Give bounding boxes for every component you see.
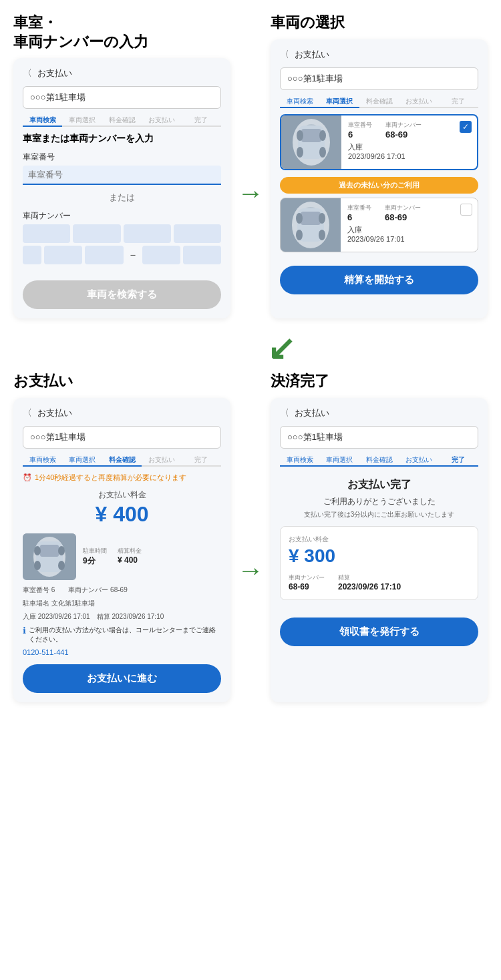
bottom-left-card: 〈 お支払い ○○○第1駐車場 車両検索 車両選択 料金確認 お支払い 完了 ⏰… xyxy=(13,398,230,702)
svg-point-6 xyxy=(319,130,326,141)
svg-point-17 xyxy=(319,230,325,240)
start-settlement-button[interactable]: 精算を開始する xyxy=(280,266,478,294)
plate-cell-2 xyxy=(73,224,120,243)
back-arrow-icon[interactable]: 〈 xyxy=(23,67,32,79)
header-label-tr: お支払い xyxy=(295,49,329,61)
checkbox-empty-2[interactable] xyxy=(460,204,472,216)
pay-car-img xyxy=(23,533,76,580)
bottom-left-header: 〈 お支払い xyxy=(23,407,221,419)
room-input[interactable] xyxy=(23,166,221,185)
step-fee-bl: 料金確認 xyxy=(102,455,142,465)
svg-point-16 xyxy=(296,230,303,240)
svg-point-22 xyxy=(34,546,41,555)
plate-receipt: 車両ナンバー 68-69 xyxy=(289,573,325,591)
amount-label: お支払い料金 xyxy=(23,489,221,501)
step-done-br: 完了 xyxy=(439,455,478,465)
plate-cell-3 xyxy=(124,224,171,243)
step-pay-tr: お支払い xyxy=(399,97,438,106)
room-info-2: 車室番号 6 xyxy=(347,204,371,222)
step-search-bl: 車両検索 xyxy=(23,455,62,465)
arrow-right-1: → xyxy=(237,13,264,318)
top-right-header: 〈 お支払い xyxy=(280,49,478,61)
plate-cell-8 xyxy=(142,246,180,264)
svg-point-25 xyxy=(58,561,65,570)
settlement-receipt: 精算 2023/09/26 17:10 xyxy=(338,573,401,591)
bottom-right-section: 決済完了 〈 お支払い ○○○第1駐車場 車両検索 車両選択 料金確認 お支払い… xyxy=(271,372,488,702)
bottom-left-title: お支払い xyxy=(13,372,230,391)
svg-point-14 xyxy=(296,213,303,224)
pay-details: 駐車時間 9分 精算料金 ¥ 400 xyxy=(83,533,142,580)
svg-point-8 xyxy=(319,147,326,158)
step-pay-br: お支払い xyxy=(399,455,438,465)
step-fee-tr: 料金確認 xyxy=(359,97,399,106)
notice-text: ご利用の支払い方法がない場合は、コールセンターまでご連絡ください。 xyxy=(29,626,221,644)
step-pay-bl: お支払い xyxy=(142,455,181,465)
footer-info-3: 入庫 2023/09/26 17:01 精算 2023/09/26 17:10 xyxy=(23,612,221,622)
header-label-bl: お支払い xyxy=(37,407,72,419)
step-search: 車両検索 xyxy=(23,115,62,125)
complete-subtitle: ご利用ありがとうございました xyxy=(280,496,478,507)
pay-button[interactable]: お支払いに進む xyxy=(23,664,221,693)
pay-vehicle-info: 駐車時間 9分 精算料金 ¥ 400 xyxy=(23,533,221,580)
step-search-br: 車両検索 xyxy=(280,455,319,465)
back-arrow-bl[interactable]: 〈 xyxy=(23,407,32,419)
receipt-button[interactable]: 領収書を発行する xyxy=(280,618,478,646)
svg-rect-13 xyxy=(301,212,321,225)
bottom-left-section: お支払い 〈 お支払い ○○○第1駐車場 車両検索 車両選択 料金確認 お支払い… xyxy=(13,372,230,702)
step-done-tr: 完了 xyxy=(439,97,478,106)
vehicle-card-2[interactable]: 車室番号 6 車両ナンバー 68-69 入庫 2023/09/26 17:01 xyxy=(280,198,478,252)
plate-cell-9 xyxy=(183,246,221,264)
receipt-row: 車両ナンバー 68-69 精算 2023/09/26 17:10 xyxy=(289,573,470,591)
step-select-tr: 車両選択 xyxy=(319,97,359,106)
search-button[interactable]: 車両を検索する xyxy=(23,280,221,309)
plate-top-row xyxy=(23,224,221,243)
parking-name-bl: ○○○第1駐車場 xyxy=(23,426,221,449)
receipt-box: お支払い料金 ¥ 300 車両ナンバー 68-69 精算 2023/09/26 … xyxy=(280,526,478,600)
timer-icon: ⏰ xyxy=(23,473,32,482)
parking-name: ○○○第1駐車場 xyxy=(23,86,221,109)
arrow-spacer xyxy=(13,332,247,365)
vehicle-info-2: 車室番号 6 車両ナンバー 68-69 入庫 2023/09/26 17:01 xyxy=(341,198,478,252)
svg-point-23 xyxy=(58,546,65,555)
form-title: 車室または車両ナンバーを入力 xyxy=(23,133,221,145)
top-left-card: 〈 お支払い ○○○第1駐車場 車両検索 車両選択 料金確認 お支払い 完了 車… xyxy=(13,58,230,318)
arrow-right-2: → xyxy=(237,372,264,702)
plate-info: 車両ナンバー 68-69 xyxy=(385,121,422,140)
top-right-card: 〈 お支払い ○○○第1駐車場 車両検索 車両選択 料金確認 お支払い 完了 xyxy=(271,39,488,319)
vehicle-info-1: 車室番号 6 車両ナンバー 68-69 入庫 2023/09/26 17:01 xyxy=(341,115,477,169)
bottom-right-title: 決済完了 xyxy=(271,372,488,391)
past-due-banner: 過去の未払い分のご利用 xyxy=(280,177,478,194)
receipt-amount-label: お支払い料金 xyxy=(289,535,470,544)
vehicle-card-1[interactable]: 車室番号 6 車両ナンバー 68-69 入庫 2023/09/26 17:01 … xyxy=(280,114,478,170)
plate-group: 車両ナンバー － xyxy=(23,210,221,264)
receipt-amount: ¥ 300 xyxy=(289,545,470,567)
svg-rect-21 xyxy=(40,545,59,557)
back-arrow-br[interactable]: 〈 xyxy=(280,407,289,419)
svg-point-24 xyxy=(34,561,41,570)
amount-value: ¥ 400 xyxy=(23,502,221,527)
vehicle-info-row-2: 車室番号 6 車両ナンバー 68-69 xyxy=(347,204,471,222)
plate-cell-5 xyxy=(23,246,41,264)
plate-dash: － xyxy=(126,248,140,262)
step-bar: 車両検索 車両選択 料金確認 お支払い 完了 xyxy=(23,115,221,125)
footer-info-2: 駐車場名 文化第1駐車場 xyxy=(23,599,221,608)
vehicle-img-1 xyxy=(281,115,341,169)
phone-link[interactable]: 0120-511-441 xyxy=(23,648,221,656)
plate-label: 車両ナンバー xyxy=(23,210,221,222)
step-select-br: 車両選択 xyxy=(319,455,359,465)
checkbox-selected-1[interactable]: ✓ xyxy=(460,121,472,133)
info-icon: ℹ xyxy=(23,626,26,636)
or-divider: または xyxy=(23,192,221,204)
plate-cell-4 xyxy=(174,224,221,243)
plate-info-2: 車両ナンバー 68-69 xyxy=(385,204,421,222)
step-pay: お支払い xyxy=(142,115,181,125)
back-arrow-top-right[interactable]: 〈 xyxy=(280,49,289,61)
top-right-title: 車両の選択 xyxy=(271,13,488,33)
step-select: 車両選択 xyxy=(62,115,102,125)
entry-info-2: 入庫 2023/09/26 17:01 xyxy=(347,225,471,243)
room-label: 車室番号 xyxy=(23,152,221,163)
settlement-fee: 精算料金 ¥ 400 xyxy=(118,547,142,567)
vehicle-info-row-1: 車室番号 6 車両ナンバー 68-69 xyxy=(348,121,470,140)
plate-cell-6 xyxy=(44,246,82,264)
plate-bottom-row: － xyxy=(23,246,221,264)
